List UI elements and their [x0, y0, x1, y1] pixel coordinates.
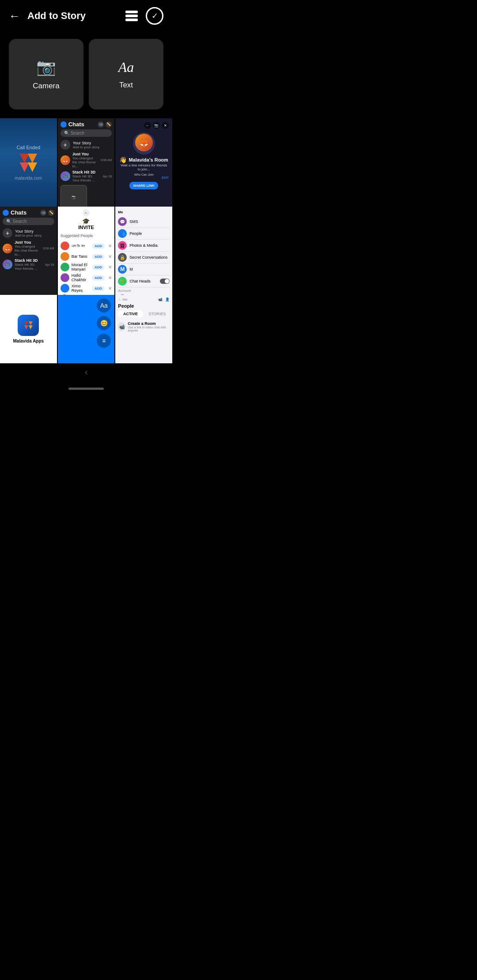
create-room-row[interactable]: 📹 Create a Room Use a link to video chat…: [118, 320, 170, 333]
stack-icon: [125, 11, 138, 21]
camera-label: Camera: [33, 82, 59, 90]
mini-search-bar-2[interactable]: 🔍 Search: [3, 218, 54, 225]
mini-add-story[interactable]: +: [61, 140, 70, 150]
mini-chat-name-1: Just You: [72, 152, 98, 156]
mini-add-story-2[interactable]: +: [3, 228, 12, 238]
mini-story-label-2: Your Story: [15, 229, 42, 234]
menu-item-photos-media[interactable]: 🖼 Photos & Media: [118, 240, 170, 252]
m-icon: M: [118, 265, 127, 274]
sms-icon: 💬: [118, 217, 127, 226]
grid-row-3: Malavida Apps Aa 😊 ≡ ← Me 📹👤 People ACTI…: [0, 295, 172, 363]
layers-button[interactable]: [123, 7, 140, 25]
contact-add-1[interactable]: ADD: [92, 243, 105, 249]
camera-card[interactable]: 📷 Camera: [9, 39, 83, 109]
mini-chat-msg-3: You changed the chat theme to...: [15, 245, 41, 256]
contact-add-4[interactable]: ADD: [92, 275, 105, 281]
page-title: Add to Story: [27, 10, 86, 22]
mini-story-sub: Add to your story: [73, 145, 99, 149]
menu-item-sms[interactable]: 💬 SMS: [118, 216, 170, 228]
contact-name-1: এস ডি মন: [72, 244, 90, 249]
confirm-button[interactable]: ✓: [146, 7, 163, 25]
people-label: People: [129, 231, 142, 236]
create-room-label: Create a Room: [128, 321, 170, 326]
people-icon: 👥: [118, 229, 127, 238]
account-section-label: Account: [118, 287, 170, 293]
call-ended-text: Call Ended: [16, 145, 40, 150]
system-back-button[interactable]: ‹: [85, 367, 88, 377]
suggested-people-label: Suggested People: [61, 234, 112, 238]
grid-cell-people-tab[interactable]: ← Me 📹👤 People ACTIVE STORIES 📹 Create a…: [115, 295, 172, 363]
contacts-invite-label: INVITE: [78, 225, 94, 230]
mini-chat-name-2: Stack Hit 3D: [72, 170, 101, 174]
menu-item-secret-conversations[interactable]: 🔒 Secret Conversations: [118, 252, 170, 264]
chat-heads-toggle[interactable]: [160, 279, 170, 284]
mini-chat-name-4: Stack Hit 3D: [15, 258, 43, 263]
contact-row-2[interactable]: Bar Tano ADD ✕: [61, 251, 112, 262]
people-tabs: ACTIVE STORIES: [118, 310, 170, 317]
chat-heads-icon: 💚: [118, 277, 127, 286]
contact-dismiss-5[interactable]: ✕: [108, 286, 112, 291]
grid-row-2: Chats 📹 ✏️ 🔍 Search + Your Story Add to …: [0, 207, 172, 295]
mini-chats-title: Chats: [68, 121, 84, 128]
back-button[interactable]: ←: [9, 9, 20, 23]
contact-name-5: Ximo Reyes: [72, 284, 90, 293]
grid-cell-malavida-apps[interactable]: Malavida Apps: [0, 295, 57, 363]
emoji-tool[interactable]: 😊: [97, 316, 111, 330]
contact-row-3[interactable]: Morad El Manyari ADD ✕: [61, 262, 112, 272]
mini-chat-msg-1: You changed the chat theme to...: [72, 156, 98, 168]
menu-item-m[interactable]: M M: [118, 264, 170, 275]
menu-item-people[interactable]: 👥 People: [118, 228, 170, 240]
text-label: Text: [119, 81, 133, 90]
header-icons: ✓: [123, 7, 163, 25]
mini-avatar-justYou: 🦊: [61, 155, 70, 165]
photos-icon: 🖼: [118, 241, 127, 250]
mini-avatar-stackhit-2: 🎮: [3, 260, 12, 269]
grid-cell-call-ended[interactable]: Call Ended malavida.com: [0, 118, 57, 207]
contact-row-1[interactable]: এস ডি মন ADD ✕: [61, 241, 112, 251]
malavida-apps-label: Malavida Apps: [13, 339, 44, 343]
room-name: Malavida's Room: [129, 157, 168, 162]
grid-cell-chats-1[interactable]: Chats 📹 ✏️ 🔍 Search + Your Story Add to …: [58, 118, 115, 207]
text-align-tool[interactable]: ≡: [97, 334, 111, 348]
mini-avatar-justYou-2: 🦊: [3, 244, 12, 253]
contact-dismiss-4[interactable]: ✕: [108, 275, 112, 280]
mini-chat-msg-2: Stack Hit 3D: Your friends ...: [72, 174, 101, 182]
create-room-sublabel: Use a link to video chat with anyone: [128, 326, 170, 332]
tab-stories[interactable]: STORIES: [145, 310, 170, 317]
contact-row-5[interactable]: Ximo Reyes ADD ✕: [61, 283, 112, 294]
contact-name-3: Morad El Manyari: [72, 263, 90, 271]
secret-conversations-label: Secret Conversations: [129, 255, 167, 260]
video-icon: 📹: [118, 322, 125, 331]
contact-row-4[interactable]: Hafid Chakhtir ADD ✕: [61, 272, 112, 283]
contact-add-2[interactable]: ADD: [92, 254, 105, 260]
contact-add-3[interactable]: ADD: [92, 264, 105, 270]
menu-item-chat-heads[interactable]: 💚 Chat Heads: [118, 275, 170, 287]
chat-heads-label: Chat Heads: [129, 279, 151, 283]
grid-cell-contacts[interactable]: ← 🎓 INVITE Suggested People এস ডি মন ADD…: [58, 207, 115, 295]
share-link-button[interactable]: SHARE LINK: [129, 182, 158, 189]
media-type-selection: 📷 Camera Aa Text: [0, 32, 172, 118]
contact-dismiss-2[interactable]: ✕: [108, 254, 112, 259]
room-subtitle: Wait a few minutes for friends to join..…: [119, 163, 169, 171]
contact-name-2: Bar Tano: [72, 254, 90, 259]
mini-story-label: Your Story: [73, 141, 99, 145]
contact-dismiss-3[interactable]: ✕: [108, 265, 112, 270]
grid-cell-menu[interactable]: Me 💬 SMS 👥 People 🖼 Photos & Media 🔒 Sec…: [115, 207, 172, 295]
tab-active[interactable]: ACTIVE: [118, 310, 143, 317]
contact-dismiss-1[interactable]: ✕: [108, 244, 112, 249]
malavida-logo: [18, 315, 39, 336]
grid-cell-text-editor[interactable]: Aa 😊 ≡: [58, 295, 115, 363]
header: ← Add to Story ✓: [0, 0, 172, 32]
grid-cell-room[interactable]: ← 📷 ✕ 🦊 👋 Malavida's Room Wait a few min…: [115, 118, 172, 207]
contact-add-5[interactable]: ADD: [92, 286, 105, 291]
nav-indicator: [68, 388, 104, 390]
mini-chat-name-3: Just You: [15, 240, 41, 245]
grid-cell-chats-2[interactable]: Chats 📹 ✏️ 🔍 Search + Your Story Add to …: [0, 207, 57, 295]
mini-search-bar[interactable]: 🔍 Search: [61, 129, 112, 137]
phone-back-nav: ‹: [0, 363, 172, 381]
lock-icon: 🔒: [118, 253, 127, 262]
text-tool-aa[interactable]: Aa: [97, 298, 111, 313]
sms-label: SMS: [129, 219, 138, 224]
phone-nav-bar: [0, 381, 172, 393]
text-card[interactable]: Aa Text: [89, 39, 163, 109]
